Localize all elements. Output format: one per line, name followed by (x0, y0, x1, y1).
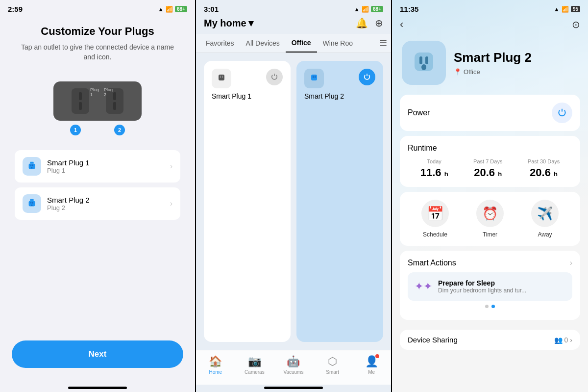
device-hero: Smart Plug 2 📍 Office (392, 36, 588, 95)
plug-dot-2: 2 (114, 125, 125, 135)
power-btn-2[interactable] (359, 69, 375, 85)
plug-image: Plug 1 Plug 2 1 2 (49, 77, 147, 135)
plug-item-name-1: Smart Plug 1 (47, 158, 170, 167)
svg-rect-18 (425, 56, 428, 64)
svg-rect-4 (31, 167, 33, 169)
device-sharing-row[interactable]: Device Sharing 👥 0 › (400, 330, 580, 350)
sharing-chevron-icon: › (570, 336, 572, 344)
runtime-past30-value: 20.6 h (528, 166, 560, 179)
screen1-bottom: Next (0, 333, 195, 383)
page-title-1: Customize Your Plugs (41, 25, 154, 38)
battery-badge-2: 68+ (371, 6, 383, 12)
home-nav-icon: 🏠 (209, 355, 222, 368)
tab-all-devices[interactable]: All Devices (240, 34, 286, 52)
svg-rect-14 (313, 76, 314, 78)
device-card-2[interactable]: Smart Plug 2 (296, 61, 383, 342)
back-button[interactable]: ‹ (400, 18, 403, 31)
action-away[interactable]: ✈️ Away (531, 200, 559, 238)
devices-grid: Smart Plug 1 Smart Plug 2 (196, 53, 391, 350)
battery-badge-3: 95 (571, 6, 580, 12)
power-card: Power (400, 95, 580, 131)
signal-icon: ▲ (158, 6, 164, 13)
plug-item-icon-2 (23, 194, 41, 213)
home-title[interactable]: My home ▾ (204, 17, 253, 29)
runtime-past7-num: 20.6 (474, 166, 495, 179)
svg-rect-0 (30, 162, 33, 164)
home-title-text: My home (204, 18, 246, 29)
wifi-icon-2: 📶 (362, 6, 369, 13)
timer-label: Timer (483, 231, 497, 238)
wifi-icon: 📶 (166, 6, 173, 13)
power-row: Power (408, 103, 572, 123)
smart-action-info: Prepare for Sleep Dim your bedroom light… (438, 279, 565, 294)
setup-screen: 2:59 ▲ 📶 68+ Customize Your Plugs Tap an… (0, 0, 196, 392)
time-2: 3:01 (204, 5, 219, 13)
runtime-past30-label: Past 30 Days (528, 158, 560, 164)
device-name-2: Smart Plug 2 (304, 92, 375, 100)
plug-item-info-1: Smart Plug 1 Plug 1 (47, 158, 170, 174)
device-card-1[interactable]: Smart Plug 1 (204, 61, 291, 342)
plug-item-2[interactable]: Smart Plug 2 Plug 2 › (15, 187, 180, 220)
runtime-past30: Past 30 Days 20.6 h (528, 158, 560, 179)
plug-item-1[interactable]: Smart Plug 1 Plug 1 › (15, 150, 180, 183)
status-icons-3: ▲ 📶 95 (554, 6, 580, 13)
nav-cameras[interactable]: 📷 Cameras (235, 355, 274, 375)
tab-favorites[interactable]: Favorites (200, 34, 240, 52)
svg-rect-17 (419, 56, 422, 64)
runtime-past30-unit: h (554, 170, 558, 178)
chevron-icon-1: › (170, 162, 172, 171)
next-button[interactable]: Next (12, 340, 183, 368)
dot-1 (485, 305, 489, 308)
tab-wine-room[interactable]: Wine Roo (317, 34, 359, 52)
add-icon[interactable]: ⊕ (375, 17, 383, 29)
people-icon: 👥 (554, 336, 563, 344)
screen3-header: ‹ ⊙ (392, 15, 588, 36)
plug-outlet-2[interactable]: Plug 2 (106, 88, 123, 114)
runtime-today-value: 11.6 h (420, 166, 448, 179)
nav-me-label: Me (368, 369, 375, 375)
smart-nav-icon: ⬡ (328, 355, 337, 368)
sharing-right: 👥 0 › (554, 336, 572, 344)
smart-actions-title: Smart Actions (408, 259, 456, 267)
nav-home[interactable]: 🏠 Home (196, 355, 235, 375)
action-schedule[interactable]: 📅 Schedule (421, 200, 449, 238)
plug-outlet-1[interactable]: Plug 1 (72, 88, 89, 114)
smart-actions-chevron-icon[interactable]: › (570, 259, 572, 267)
device-hero-info: Smart Plug 2 📍 Office (454, 50, 578, 76)
smart-action-desc: Dim your bedroom lights and tur... (438, 287, 565, 294)
device-card-top-2 (304, 69, 375, 88)
runtime-today: Today 11.6 h (420, 158, 448, 179)
device-plug-icon-2 (304, 69, 324, 88)
nav-smart[interactable]: ⬡ Smart (313, 355, 352, 375)
status-bar-3: 11:35 ▲ 📶 95 (392, 0, 588, 15)
svg-rect-11 (220, 76, 221, 78)
plug-item-info-2: Smart Plug 2 Plug 2 (47, 196, 170, 211)
away-label: Away (538, 231, 552, 238)
tab-office[interactable]: Office (286, 34, 317, 52)
device-name-1: Smart Plug 1 (212, 92, 283, 100)
runtime-past7: Past 7 Days 20.6 h (473, 158, 502, 179)
tabs-more-icon[interactable]: ☰ (379, 38, 387, 49)
power-btn-1[interactable] (266, 69, 283, 85)
vacuums-nav-icon: 🤖 (287, 355, 300, 368)
schedule-label: Schedule (423, 231, 447, 238)
plug-label-1: Plug 1 (90, 87, 99, 97)
smart-action-item[interactable]: ✦✦ Prepare for Sleep Dim your bedroom li… (408, 272, 572, 301)
settings-icon[interactable]: ⊙ (572, 19, 580, 30)
runtime-past30-num: 20.6 (530, 166, 551, 179)
power-toggle-button[interactable] (552, 103, 572, 123)
runtime-card: Runtime Today 11.6 h Past 7 Days 20.6 h (400, 136, 580, 187)
plug-item-name-2: Smart Plug 2 (47, 196, 170, 204)
action-timer[interactable]: ⏰ Timer (476, 200, 504, 238)
smart-actions-card: Smart Actions › ✦✦ Prepare for Sleep Dim… (400, 251, 580, 320)
timer-circle: ⏰ (476, 200, 504, 227)
plug-body: Plug 1 Plug 2 (53, 81, 142, 121)
power-label: Power (408, 108, 430, 117)
runtime-today-unit: h (444, 170, 448, 178)
nav-me[interactable]: 👤 Me (352, 355, 391, 375)
tabs-row: Favorites All Devices Office Wine Roo ☰ (196, 34, 391, 53)
bell-icon[interactable]: 🔔 (356, 17, 368, 29)
nav-vacuums[interactable]: 🤖 Vacuums (274, 355, 313, 375)
page-subtitle-1: Tap an outlet to give the connected devi… (15, 43, 180, 62)
smart-actions-header: Smart Actions › (408, 259, 572, 267)
